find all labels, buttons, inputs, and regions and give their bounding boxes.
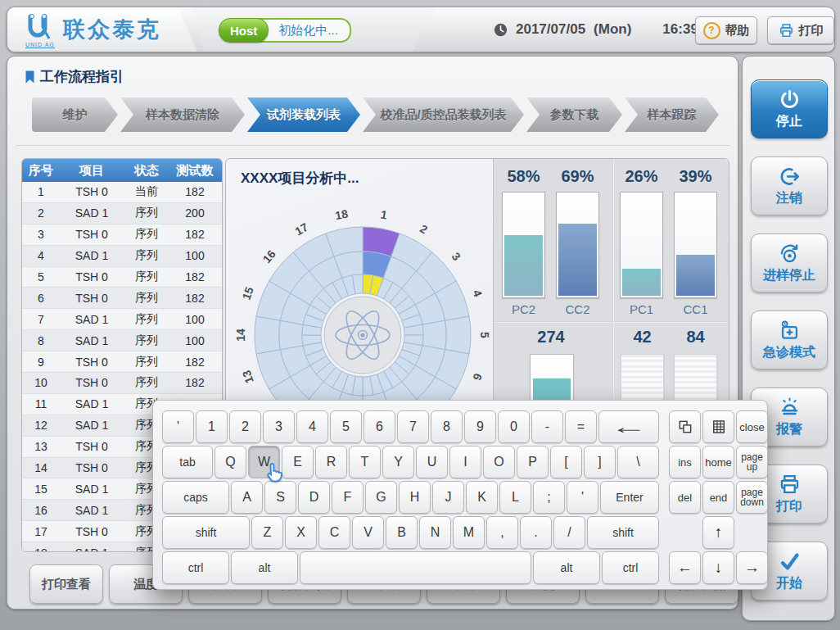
column-header: 测试数 [169,163,220,179]
key-3[interactable]: 3 [263,410,295,443]
sidebar-button-logout[interactable]: 注销 [751,156,828,215]
key-G[interactable]: G [365,481,397,514]
table-row[interactable]: 6TSH 0序列182 [22,288,222,309]
key-backspace[interactable]: ← [598,410,659,443]
sidebar-button-power[interactable]: 停止 [751,79,828,138]
key-,[interactable]: , [486,516,518,549]
key-window-switch[interactable] [669,410,701,443]
key-Y[interactable]: Y [382,446,414,478]
table-row[interactable]: 2SAD 1序列200 [22,203,222,224]
key-D[interactable]: D [298,481,330,514]
key-K[interactable]: K [466,481,498,514]
key-arrow-right[interactable]: → [736,551,768,584]
key-2[interactable]: 2 [229,410,261,443]
key-W[interactable]: W [248,446,280,478]
table-row[interactable]: 9TSH 0序列182 [22,351,222,373]
key-end[interactable]: end [702,481,734,514]
key-C[interactable]: C [318,516,350,549]
key-\[interactable]: \ [617,446,659,478]
key-6[interactable]: 6 [364,410,395,443]
key-arrow-up[interactable]: ↑ [702,516,734,549]
alarm-icon [779,397,801,419]
sidebar-button-sampler-stop[interactable]: 进样停止 [751,233,828,292]
key-T[interactable]: T [349,446,381,478]
key-'[interactable]: ' [162,410,194,443]
key-ctrl[interactable]: ctrl [162,551,229,584]
key-J[interactable]: J [432,481,464,514]
key-H[interactable]: H [399,481,431,514]
key-][interactable]: ] [584,446,616,478]
sidebar-button-stat-mode[interactable]: 急诊模式 [751,310,828,369]
key-page-down[interactable]: page down [736,481,768,514]
workflow-step-1[interactable]: 维护 [32,97,118,132]
key-insert[interactable]: ins [669,446,701,478]
workflow-step-2[interactable]: 样本数据清除 [120,97,245,132]
key-alt[interactable]: alt [231,551,298,584]
key-ctrl[interactable]: ctrl [602,551,659,584]
table-row[interactable]: 7SAD 1序列100 [22,309,222,330]
key-space[interactable] [300,551,531,584]
key-/[interactable]: / [553,516,585,549]
divider [494,321,729,323]
key-[[interactable]: [ [550,446,582,478]
workflow-step-4[interactable]: 校准品/质控品装载列表 [363,97,524,132]
key-X[interactable]: X [285,516,317,549]
key-Enter[interactable]: Enter [600,481,659,514]
key-7[interactable]: 7 [397,410,429,443]
key-delete[interactable]: del [669,481,701,514]
key-B[interactable]: B [386,516,418,549]
table-row[interactable]: 5TSH 0序列182 [22,267,222,288]
key-arrow-down[interactable]: ↓ [702,551,734,584]
key-5[interactable]: 5 [330,410,362,443]
key-caps[interactable]: caps [162,481,229,514]
header-print-button[interactable]: 打印 [767,16,834,44]
table-row[interactable]: 10TSH 0序列182 [22,373,222,394]
key-close[interactable]: close [736,410,768,443]
key-.[interactable]: . [520,516,552,549]
sidebar-button-label: 进样停止 [763,267,815,284]
workflow-step-5[interactable]: 参数下载 [526,97,622,132]
key-R[interactable]: R [315,446,347,478]
key-9[interactable]: 9 [464,410,496,443]
key-F[interactable]: F [332,481,364,514]
key-O[interactable]: O [483,446,515,478]
key--[interactable]: - [531,410,563,443]
key-E[interactable]: E [282,446,314,478]
key-home[interactable]: home [702,446,734,478]
key-=[interactable]: = [565,410,597,443]
key-tab[interactable]: tab [162,446,213,478]
key-shift[interactable]: shift [587,516,659,549]
key-4[interactable]: 4 [296,410,328,443]
key-L[interactable]: L [499,481,531,514]
table-row[interactable]: 3TSH 0序列182 [22,224,222,246]
key-S[interactable]: S [264,481,296,514]
key-;[interactable]: ; [533,481,565,514]
key-V[interactable]: V [352,516,384,549]
key-1[interactable]: 1 [196,410,228,443]
help-button[interactable]: ? 帮助 [695,16,757,44]
key-N[interactable]: N [419,516,451,549]
key-M[interactable]: M [453,516,485,549]
bottom-button-1[interactable]: 打印查看 [29,564,103,604]
key-'[interactable]: ' [567,481,598,514]
key-Z[interactable]: Z [251,516,283,549]
key-U[interactable]: U [416,446,448,478]
table-cell: 序列 [124,312,169,327]
key-shift[interactable]: shift [162,516,250,549]
key-Q[interactable]: Q [215,446,246,478]
key-0[interactable]: 0 [498,410,530,443]
key-P[interactable]: P [517,446,549,478]
key-8[interactable]: 8 [431,410,463,443]
key-page-up[interactable]: page up [736,446,768,478]
key-alt[interactable]: alt [533,551,600,584]
table-row[interactable]: 4SAD 1序列100 [22,246,222,267]
key-A[interactable]: A [231,481,263,514]
table-cell: 序列 [124,206,169,220]
key-I[interactable]: I [449,446,481,478]
key-arrow-left[interactable]: ← [669,551,701,584]
workflow-step-6[interactable]: 样本跟踪 [625,97,719,132]
key-calculator[interactable] [702,410,734,443]
table-row[interactable]: 1TSH 0当前182 [22,182,222,203]
table-row[interactable]: 8SAD 1序列100 [22,330,222,351]
workflow-step-3[interactable]: 试剂装载列表 [247,97,360,132]
